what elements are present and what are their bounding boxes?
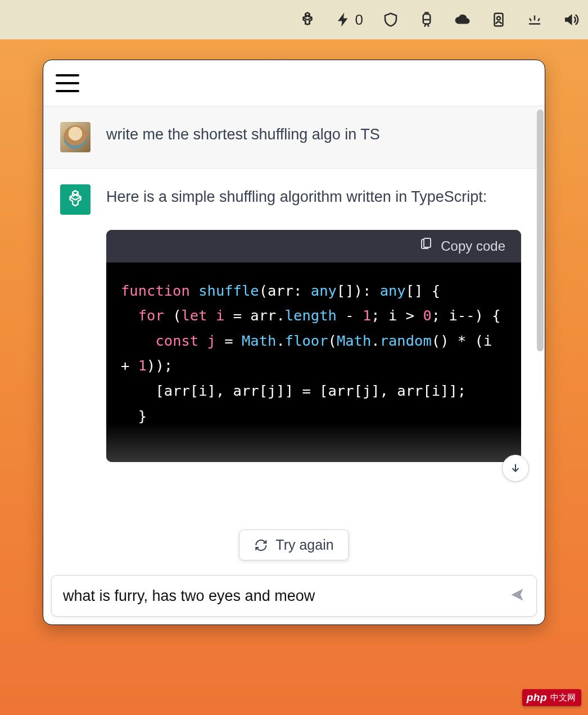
menubar: 0 [0, 0, 588, 39]
code-block: Copy code function shuffle(arr: any[]): … [106, 230, 521, 463]
clipboard-icon[interactable] [419, 235, 433, 257]
scrollbar[interactable] [537, 110, 544, 621]
user-message-text: write me the shortest shuffling algo in … [106, 122, 521, 152]
assistant-message-body: Here is a simple shuffling algorithm wri… [106, 184, 521, 462]
topbar [43, 60, 545, 106]
svg-rect-3 [424, 238, 431, 247]
openai-icon[interactable] [299, 11, 316, 29]
cloud-icon[interactable] [454, 11, 471, 29]
volume-icon[interactable] [562, 11, 579, 29]
bolt-icon [335, 11, 352, 29]
composer-input[interactable] [63, 587, 509, 605]
try-again-button[interactable]: Try again [239, 530, 349, 560]
watermark-brand: php [527, 691, 547, 704]
tram-icon[interactable] [418, 11, 435, 29]
scrollbar-thumb[interactable] [537, 110, 544, 351]
user-message: write me the shortest shuffling algo in … [43, 106, 545, 169]
try-again-label: Try again [275, 537, 333, 553]
svg-point-2 [497, 16, 500, 20]
refresh-icon [254, 538, 268, 552]
copy-code-label[interactable]: Copy code [441, 235, 505, 257]
assistant-avatar [60, 184, 91, 215]
spark-icon[interactable] [526, 11, 543, 29]
watermark-badge: php 中文网 [522, 689, 581, 706]
chat-scroll[interactable]: write me the shortest shuffling algo in … [43, 106, 545, 625]
code-header: Copy code [106, 230, 521, 263]
send-button[interactable] [509, 587, 525, 605]
bolt-count-value: 0 [355, 11, 363, 29]
watermark-cn: 中文网 [550, 693, 576, 703]
code-content: function shuffle(arr: any[]): any[] { fo… [106, 263, 521, 463]
assistant-intro-text: Here is a simple shuffling algorithm wri… [106, 184, 521, 210]
bolt-count[interactable]: 0 [335, 11, 363, 29]
assistant-message: Here is a simple shuffling algorithm wri… [43, 169, 545, 478]
composer [51, 575, 537, 617]
scroll-down-button[interactable] [502, 455, 529, 482]
user-avatar [60, 122, 91, 152]
id-badge-icon[interactable] [490, 11, 507, 29]
chat-popover: write me the shortest shuffling algo in … [43, 60, 545, 625]
hamburger-icon[interactable] [56, 74, 79, 92]
send-icon [509, 587, 525, 603]
shield-icon[interactable] [382, 11, 399, 29]
